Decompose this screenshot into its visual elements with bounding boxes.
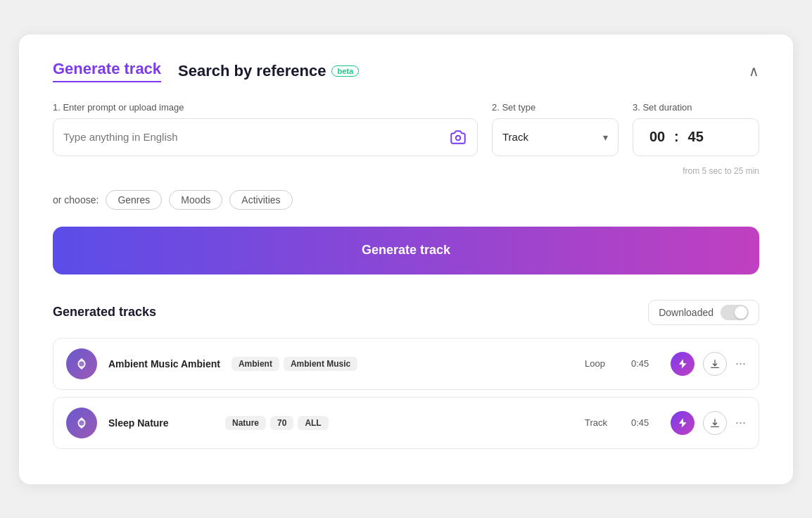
activities-tag[interactable]: Activities [229, 190, 292, 210]
track-item: Sleep NatureNature70ALLTrack0:45··· [53, 397, 759, 449]
svg-point-2 [78, 419, 84, 426]
svg-point-0 [456, 135, 461, 140]
type-value: Track [502, 131, 603, 143]
track-tags: Nature70ALL [225, 416, 573, 430]
step2-label: 2. Set type [492, 102, 618, 113]
lightning-icon [677, 358, 688, 369]
main-card: Generate track Search by reference beta … [19, 34, 793, 484]
track-type: Track [585, 417, 620, 428]
track-tags: AmbientAmbient Music [231, 357, 573, 371]
prompt-input[interactable] [63, 131, 449, 143]
track-duration: 0:45 [631, 417, 659, 428]
track-duration: 0:45 [631, 358, 659, 369]
camera-upload-button[interactable] [449, 128, 467, 146]
tab-search-label: Search by reference [178, 62, 326, 80]
tab-generate[interactable]: Generate track [53, 60, 161, 82]
ellipsis-icon: ··· [735, 415, 746, 430]
tab-search[interactable]: Search by reference beta [178, 62, 359, 80]
track-tag: Ambient Music [284, 357, 357, 371]
lightning-icon [677, 417, 688, 429]
chevron-down-icon: ▾ [603, 132, 608, 143]
duration-field-group: 3. Set duration 00 : 45 from 5 sec to 25… [633, 102, 759, 176]
duration-minutes[interactable]: 45 [682, 129, 710, 145]
genres-tag[interactable]: Genres [106, 190, 162, 210]
downloaded-label: Downloaded [659, 307, 713, 318]
ellipsis-icon: ··· [735, 356, 746, 371]
track-tag: Ambient [231, 357, 279, 371]
track-avatar [66, 408, 97, 438]
more-options-button[interactable]: ··· [735, 356, 746, 371]
moods-tag[interactable]: Moods [169, 190, 222, 210]
prompt-input-wrap[interactable] [53, 118, 478, 156]
step3-label: 3. Set duration [633, 102, 759, 113]
generate-track-button[interactable]: Generate track [53, 227, 759, 274]
svg-point-1 [78, 360, 84, 367]
choose-label: or choose: [53, 194, 99, 206]
track-actions: ··· [671, 352, 746, 376]
more-options-button[interactable]: ··· [735, 415, 746, 430]
track-item: Ambient Music AmbientAmbientAmbient Musi… [53, 338, 759, 390]
tracks-header: Generated tracks Downloaded [53, 300, 759, 325]
download-icon [709, 358, 721, 369]
track-name: Ambient Music Ambient [108, 358, 220, 369]
downloaded-toggle[interactable] [721, 305, 749, 320]
generated-tracks-title: Generated tracks [53, 305, 156, 320]
lightning-button[interactable] [671, 411, 694, 435]
download-button[interactable] [703, 411, 727, 435]
track-list: Ambient Music AmbientAmbientAmbient Musi… [53, 338, 759, 449]
duration-input[interactable]: 00 : 45 [633, 118, 759, 156]
duration-hours[interactable]: 00 [643, 129, 671, 145]
track-actions: ··· [671, 411, 746, 435]
type-select[interactable]: Track ▾ [492, 118, 618, 156]
track-avatar [66, 348, 97, 379]
form-row: 1. Enter prompt or upload image 2. Set t… [53, 102, 759, 176]
prompt-field-group: 1. Enter prompt or upload image [53, 102, 478, 176]
type-field-group: 2. Set type Track ▾ [492, 102, 618, 176]
track-tag: Nature [225, 416, 266, 430]
header: Generate track Search by reference beta … [53, 60, 759, 82]
choose-row: or choose: Genres Moods Activities [53, 190, 759, 210]
toggle-knob [735, 306, 747, 319]
collapse-button[interactable]: ∧ [749, 63, 759, 80]
step1-label: 1. Enter prompt or upload image [53, 102, 478, 113]
lightning-button[interactable] [671, 352, 694, 376]
track-type: Loop [585, 358, 620, 369]
track-tag: 70 [270, 416, 293, 430]
downloaded-toggle-wrap: Downloaded [648, 300, 759, 325]
camera-icon [449, 128, 467, 146]
duration-separator: : [674, 129, 679, 145]
beta-badge: beta [331, 65, 359, 77]
track-name: Sleep Nature [108, 417, 214, 429]
track-tag: ALL [298, 416, 328, 430]
download-button[interactable] [703, 352, 727, 376]
download-icon [709, 417, 721, 429]
tabs: Generate track Search by reference beta [53, 60, 359, 82]
duration-hint: from 5 sec to 25 min [633, 166, 759, 176]
